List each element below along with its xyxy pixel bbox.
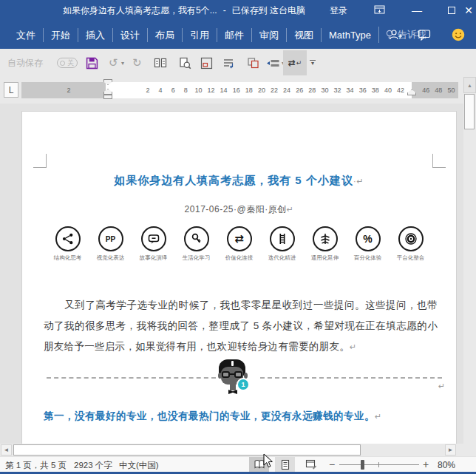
formatting-marks-icon: ⇄ <box>288 58 296 68</box>
comment-icon <box>418 29 431 41</box>
save-icon <box>86 57 98 70</box>
tab-references[interactable]: 引用 <box>182 28 217 42</box>
side-by-side-view-button[interactable] <box>154 49 167 77</box>
ruler-number: 12 <box>207 87 214 94</box>
icon-item: PP 视觉化表达 <box>92 226 129 262</box>
two-pages-icon <box>154 57 167 69</box>
author-avatar-image[interactable]: 1 <box>216 359 250 398</box>
tab-mailings[interactable]: 邮件 <box>217 28 251 42</box>
page-borders-button[interactable] <box>200 49 213 77</box>
web-layout-button[interactable] <box>301 457 321 472</box>
target-icon <box>398 226 424 251</box>
word-count-status[interactable]: 2923 个字 <box>74 460 112 471</box>
minimize-button[interactable]: — <box>408 0 426 21</box>
zoom-in-button[interactable]: + <box>423 458 429 470</box>
ruler-number: 26 <box>296 87 303 94</box>
sign-in-button[interactable]: 登录 <box>325 0 352 21</box>
print-layout-button[interactable] <box>275 457 295 472</box>
print-preview-button[interactable] <box>179 49 191 77</box>
customize-qat-button[interactable]: ▾ <box>310 49 316 77</box>
ribbon-display-options-icon <box>374 5 386 16</box>
window-title: 如果你身边有人填高考志愿，我有5个... <box>63 4 217 17</box>
ruler-number: 50 <box>447 87 455 94</box>
saved-status[interactable]: 已保存到 这台电脑 <box>232 4 305 17</box>
maximize-button[interactable] <box>443 0 460 21</box>
overlapping-pages-icon <box>247 57 259 70</box>
tab-home[interactable]: 开始 <box>43 28 78 42</box>
tab-review[interactable]: 审阅 <box>251 28 286 42</box>
comments-button[interactable] <box>418 21 431 49</box>
paragraph-settings-button[interactable] <box>222 49 235 77</box>
title-bar: 如果你身边有人填高考志愿，我有5个... - 已保存到 这台电脑 登录 — ✕ <box>0 0 476 21</box>
show-formatting-marks-button[interactable]: ⇄ ↵ <box>283 50 307 75</box>
feedback-smiley-button[interactable] <box>452 21 465 49</box>
vertical-scrollbar-thumb[interactable] <box>464 94 475 129</box>
smiley-icon <box>452 28 465 41</box>
icon-item: ⇄ 价值化连接 <box>221 226 257 262</box>
ruler-strip[interactable]: 2 24681012141618202224262830323436384042… <box>21 82 458 98</box>
scroll-right-button[interactable]: ► <box>445 444 456 456</box>
percent-icon: % <box>356 226 381 251</box>
ruler-row: L 2 246810121416182022242628303234363840… <box>0 77 476 104</box>
scroll-left-button[interactable]: ◄ <box>1 444 12 456</box>
zoom-slider-track[interactable] <box>339 464 419 465</box>
page-border-icon <box>200 57 213 70</box>
horizontal-scrollbar[interactable]: ◄ ► <box>0 444 476 456</box>
undo-dropdown[interactable]: ▾ <box>121 49 124 77</box>
zoom-slider-thumb[interactable] <box>361 460 364 470</box>
copy-format-button[interactable] <box>247 49 259 77</box>
dashed-line-right <box>260 377 442 379</box>
document-page[interactable]: 如果你身边有人填高考志愿，我有 5 个小建议·↵ 2017-06-25·@秦阳·… <box>21 111 457 444</box>
ruler-number: 4 <box>159 87 163 94</box>
ladder-icon <box>270 226 295 251</box>
icon-item: 迭代化精进 <box>264 226 300 262</box>
branches-icon <box>313 226 338 251</box>
tab-stop-selector[interactable]: L <box>4 82 18 98</box>
close-button[interactable]: ✕ <box>461 0 476 21</box>
left-indent-marker[interactable] <box>103 95 112 99</box>
page-number-status[interactable]: 第 1 页，共 5 页 <box>5 460 67 471</box>
ruler-number: 42 <box>397 87 404 94</box>
horizontal-scrollbar-thumb[interactable] <box>13 444 361 456</box>
language-status[interactable]: 中文(中国) <box>119 460 159 471</box>
ruler-number: 46 <box>422 87 429 94</box>
page-break-icon <box>266 58 280 69</box>
zoom-slider-center-tick <box>378 462 379 467</box>
tab-design[interactable]: 设计 <box>112 28 147 42</box>
autosave-toggle[interactable]: 关 <box>57 58 78 68</box>
page-break-button[interactable] <box>266 49 280 77</box>
undo-button[interactable]: ↺ <box>109 49 118 77</box>
maximize-icon <box>448 7 455 14</box>
icon-item: 通用化延伸 <box>307 226 343 262</box>
return-mark: ↵ <box>357 177 364 186</box>
vertical-scrollbar[interactable] <box>463 93 476 444</box>
tab-view[interactable]: 视图 <box>286 28 321 42</box>
avatar-number-badge: 1 <box>237 378 250 391</box>
tab-insert[interactable]: 插入 <box>78 28 112 42</box>
tab-file[interactable]: 文件 <box>9 28 43 42</box>
ruler-number: 8 <box>184 87 188 94</box>
tab-mathtype[interactable]: MathType <box>321 28 378 42</box>
ruler-number: 18 <box>245 87 253 94</box>
print-layout-icon <box>280 459 290 470</box>
return-mark: ↵ <box>375 412 382 421</box>
save-button[interactable] <box>86 49 98 77</box>
autosave-state: 关 <box>67 58 74 68</box>
share-contact-button[interactable] <box>389 21 403 49</box>
zoom-out-button[interactable]: − <box>329 458 335 470</box>
word-window: 如果你身边有人填高考志愿，我有5个... - 已保存到 这台电脑 登录 — ✕ … <box>0 0 476 474</box>
ruler-number: 6 <box>171 87 175 94</box>
ruler-number: 22 <box>271 87 278 94</box>
zoom-level[interactable]: 80% <box>438 460 455 470</box>
ruler-number: 28 <box>308 87 316 94</box>
avatar-glasses <box>222 371 230 378</box>
icon-item: 结构化思考 <box>50 226 86 262</box>
scroll-up-button[interactable]: ▲ <box>463 77 476 93</box>
document-title: 如果你身边有人填高考志愿，我有 5 个小建议·↵ <box>22 174 456 188</box>
read-mode-button[interactable] <box>249 457 269 472</box>
tab-layout[interactable]: 布局 <box>147 28 182 42</box>
autosave-label: 自动保存 <box>7 49 43 77</box>
dashed-line-left <box>47 377 216 379</box>
redo-button[interactable]: ↻ <box>132 49 142 77</box>
ribbon-display-options-button[interactable] <box>371 0 389 21</box>
